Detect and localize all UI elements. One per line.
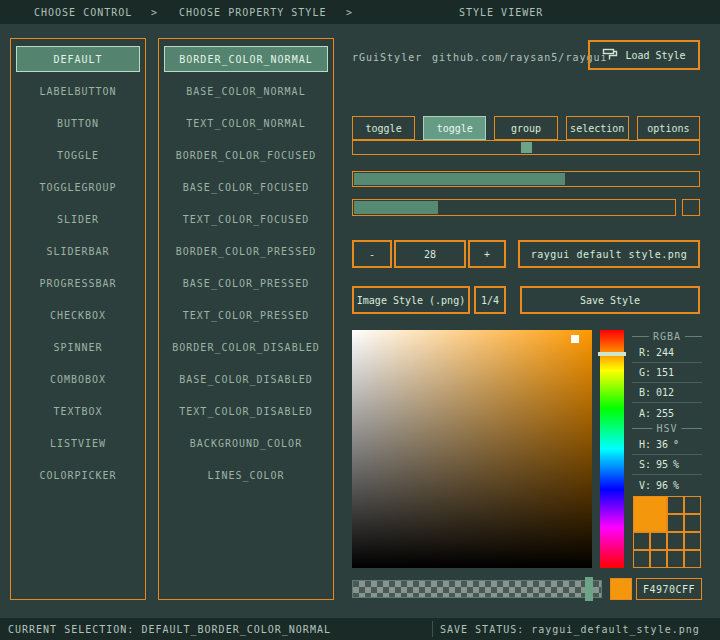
spinner-decrease-button[interactable]: -	[352, 240, 392, 268]
progress-bar-fill	[354, 201, 438, 214]
toggle-button[interactable]: toggle	[352, 116, 415, 140]
toggle-group: toggle toggle group selection options	[352, 116, 700, 140]
hex-color-input[interactable]	[636, 578, 702, 600]
channel-label: V:	[639, 480, 651, 491]
property-list-item[interactable]: LINES_COLOR	[164, 462, 328, 488]
rgba-value-row: R:244	[632, 343, 702, 363]
property-list-item[interactable]: BASE_COLOR_FOCUSED	[164, 174, 328, 200]
channel-label: S:	[639, 459, 651, 470]
spinner-increase-button[interactable]: +	[468, 240, 506, 268]
channel-unit: %	[673, 459, 679, 470]
color-palette-grid	[633, 496, 701, 568]
slider[interactable]	[352, 140, 700, 155]
property-list-item[interactable]: BORDER_COLOR_NORMAL	[164, 46, 328, 72]
hsv-value-row: H:36°	[632, 435, 702, 455]
property-list-item[interactable]: TEXT_COLOR_NORMAL	[164, 110, 328, 136]
palette-cell[interactable]	[684, 496, 701, 514]
current-selection-status: CURRENT SELECTION: DEFAULT_BORDER_COLOR_…	[8, 624, 331, 635]
property-list-item[interactable]: BASE_COLOR_NORMAL	[164, 78, 328, 104]
current-color-swatch	[610, 578, 632, 600]
paint-roller-icon	[602, 47, 618, 63]
breadcrumb-style-viewer: STYLE VIEWER	[459, 7, 543, 18]
property-list-item[interactable]: BORDER_COLOR_FOCUSED	[164, 142, 328, 168]
rgba-value-row: B:012	[632, 383, 702, 403]
save-status: SAVE STATUS: raygui_default_style.png	[440, 624, 700, 635]
palette-cell[interactable]	[650, 532, 667, 550]
load-style-button[interactable]: Load Style	[588, 40, 700, 70]
slider-bar[interactable]	[352, 171, 700, 187]
palette-cell[interactable]	[650, 550, 667, 568]
property-list-item[interactable]: BORDER_COLOR_PRESSED	[164, 238, 328, 264]
property-list-item[interactable]: BORDER_COLOR_DISABLED	[164, 334, 328, 360]
slider-bar-fill	[354, 173, 565, 185]
hue-slider-handle[interactable]	[598, 352, 626, 356]
property-list-item[interactable]: BASE_COLOR_PRESSED	[164, 270, 328, 296]
channel-value: 36	[656, 439, 668, 450]
control-list-item[interactable]: PROGRESSBAR	[16, 270, 140, 296]
hsv-rows: H:36° S:95% V:96%	[632, 429, 702, 495]
control-list-item[interactable]: LISTVIEW	[16, 430, 140, 456]
palette-cell[interactable]	[667, 532, 684, 550]
top-breadcrumb-bar: CHOOSE CONTROL > CHOOSE PROPERTY STYLE >…	[0, 0, 720, 24]
channel-label: H:	[639, 439, 651, 450]
control-list-item[interactable]: BUTTON	[16, 110, 140, 136]
control-list-item[interactable]: SLIDERBAR	[16, 238, 140, 264]
alpha-slider-handle[interactable]	[585, 577, 593, 601]
control-list-item[interactable]: TEXTBOX	[16, 398, 140, 424]
palette-cell[interactable]	[667, 496, 684, 514]
channel-label: B:	[639, 387, 651, 398]
palette-cell[interactable]	[684, 550, 701, 568]
toggle-button[interactable]: selection	[566, 116, 629, 140]
property-list-item[interactable]: TEXT_COLOR_FOCUSED	[164, 206, 328, 232]
control-list-item[interactable]: SLIDER	[16, 206, 140, 232]
control-list-item[interactable]: DEFAULT	[16, 46, 140, 72]
rgba-rows: R:244 G:151 B:012 A:255	[632, 337, 702, 423]
control-list-item[interactable]: LABELBUTTON	[16, 78, 140, 104]
toggle-button[interactable]: toggle	[423, 116, 486, 140]
palette-cell[interactable]	[684, 514, 701, 532]
rgba-group: RGBA R:244 G:151 B:012 A:255	[632, 336, 702, 422]
color-picker-marker[interactable]	[571, 335, 579, 343]
property-list-item[interactable]: TEXT_COLOR_PRESSED	[164, 302, 328, 328]
property-list-item[interactable]: TEXT_COLOR_DISABLED	[164, 398, 328, 424]
progress-side-button[interactable]	[682, 199, 700, 216]
color-saturation-value-picker[interactable]	[352, 330, 592, 568]
palette-selected-color[interactable]	[633, 496, 667, 532]
palette-cell[interactable]	[667, 514, 684, 532]
repo-link[interactable]: github.com/raysan5/raygui	[432, 52, 608, 63]
hsv-value-row: V:96%	[632, 475, 702, 495]
save-style-button[interactable]: Save Style	[520, 286, 700, 314]
palette-cell[interactable]	[684, 532, 701, 550]
rgba-value-row: G:151	[632, 363, 702, 383]
channel-value: 255	[656, 408, 674, 419]
control-list-item[interactable]: COLORPICKER	[16, 462, 140, 488]
control-list-item[interactable]: TOGGLEGROUP	[16, 174, 140, 200]
rgba-group-label: RGBA	[649, 331, 685, 342]
channel-label: G:	[639, 367, 651, 378]
load-style-label: Load Style	[625, 50, 685, 61]
filename-input[interactable]	[518, 240, 700, 268]
hue-slider[interactable]	[600, 330, 624, 568]
scale-button[interactable]: 1/4	[474, 286, 506, 314]
hsv-group: HSV H:36° S:95% V:96%	[632, 428, 702, 492]
controls-list: DEFAULT LABELBUTTON BUTTON TOGGLE TOGGLE…	[10, 38, 146, 600]
control-list-item[interactable]: TOGGLE	[16, 142, 140, 168]
control-list-item[interactable]: SPINNER	[16, 334, 140, 360]
property-list-item[interactable]: BASE_COLOR_DISABLED	[164, 366, 328, 392]
control-list-item[interactable]: CHECKBOX	[16, 302, 140, 328]
palette-cell[interactable]	[633, 532, 650, 550]
channel-value: 95	[656, 459, 668, 470]
channel-value: 96	[656, 480, 668, 491]
status-bar: CURRENT SELECTION: DEFAULT_BORDER_COLOR_…	[0, 618, 720, 640]
toggle-button[interactable]: options	[637, 116, 700, 140]
property-list-item[interactable]: BACKGROUND_COLOR	[164, 430, 328, 456]
palette-cell[interactable]	[667, 550, 684, 568]
slider-handle[interactable]	[521, 142, 532, 153]
hsv-value-row: S:95%	[632, 455, 702, 475]
image-style-button[interactable]: Image Style (.png)	[352, 286, 470, 314]
palette-cell[interactable]	[633, 550, 650, 568]
spinner-value[interactable]: 28	[394, 240, 466, 268]
control-list-item[interactable]: COMBOBOX	[16, 366, 140, 392]
toggle-button[interactable]: group	[494, 116, 557, 140]
alpha-slider[interactable]	[352, 580, 602, 598]
